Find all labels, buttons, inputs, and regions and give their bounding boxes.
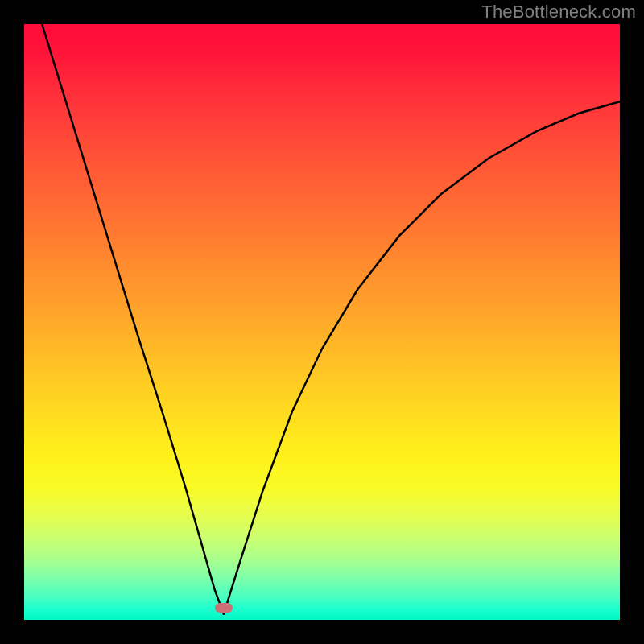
plot-area [24, 24, 620, 620]
curve-right-branch [224, 101, 620, 613]
watermark-label: TheBottleneck.com [481, 2, 636, 23]
minimum-marker [215, 603, 233, 613]
chart-frame: TheBottleneck.com [0, 0, 644, 644]
curve-left-branch [42, 24, 224, 614]
curve-layer [24, 24, 620, 620]
